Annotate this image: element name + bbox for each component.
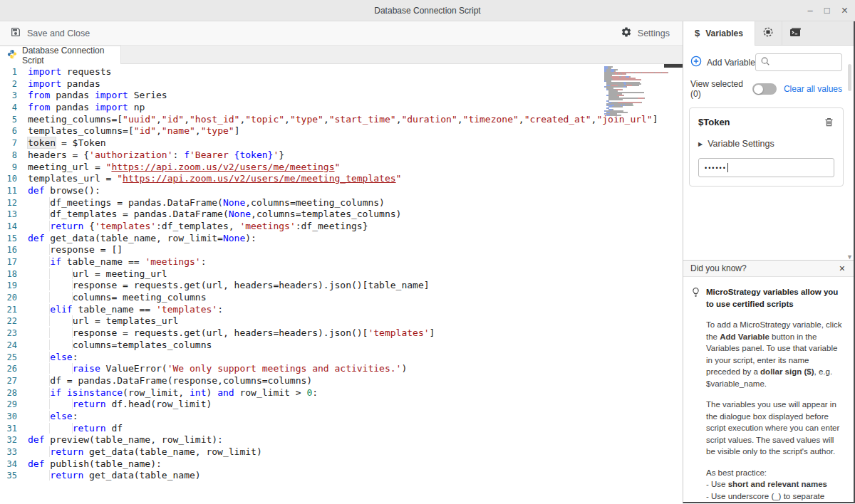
code-text: return {'templates':df_templates, 'meeti… bbox=[28, 221, 368, 231]
code-text: meeting_columns=["uuid","id","host_id","… bbox=[28, 114, 658, 125]
code-line[interactable]: 22 url = templates_url bbox=[0, 315, 683, 327]
panel-tab-bar: $ Variables bbox=[683, 21, 854, 46]
line-number: 10 bbox=[0, 173, 17, 185]
code-text: response = requests.get(url, headers=hea… bbox=[28, 327, 435, 338]
maximize-button[interactable]: □ bbox=[824, 0, 830, 21]
scroll-down-icon[interactable]: ▼ bbox=[846, 253, 853, 261]
editor-tab[interactable]: Database Connection Script bbox=[0, 46, 121, 64]
code-line[interactable]: 33 return get_data(table_name, row_limit… bbox=[0, 446, 683, 458]
code-line[interactable]: 1import requests bbox=[0, 66, 683, 78]
line-number: 27 bbox=[0, 375, 17, 387]
code-line[interactable]: 2import pandas bbox=[0, 78, 683, 90]
code-editor[interactable]: 1import requests2import pandas3from pand… bbox=[0, 64, 683, 503]
code-line[interactable]: 34def publish(table_name): bbox=[0, 458, 683, 471]
code-line[interactable]: 21 elif table_name == 'templates': bbox=[0, 304, 683, 316]
scrollbar-thumb[interactable] bbox=[848, 64, 851, 91]
line-number: 33 bbox=[0, 446, 17, 458]
code-line[interactable]: 8headers = {'authorization': f'Bearer {t… bbox=[0, 149, 683, 162]
code-line[interactable]: 29 return df.head(row_limit) bbox=[0, 399, 683, 411]
view-selected-toggle[interactable] bbox=[752, 83, 777, 95]
code-line[interactable]: 25 else: bbox=[0, 352, 683, 364]
code-line[interactable]: 11def browse(): bbox=[0, 185, 683, 197]
code-line[interactable]: 26 raise ValueError('We only support mee… bbox=[0, 363, 683, 375]
packages-icon bbox=[762, 26, 774, 41]
tab-console[interactable] bbox=[782, 21, 809, 45]
add-variable-button[interactable]: Add Variable bbox=[690, 56, 755, 69]
settings-label: Settings bbox=[638, 28, 670, 38]
line-number: 17 bbox=[0, 256, 17, 268]
toolbar: Save and Close Settings bbox=[0, 21, 683, 46]
line-number: 28 bbox=[0, 387, 17, 399]
code-line[interactable]: 28 if isinstance(row_limit, int) and row… bbox=[0, 387, 683, 399]
text-cursor bbox=[727, 163, 728, 172]
code-line[interactable]: 32def preview(table_name, row_limit): bbox=[0, 434, 683, 446]
code-line[interactable]: 24 columns=templates_columns bbox=[0, 340, 683, 352]
search-box[interactable] bbox=[755, 53, 842, 71]
dyk-best-practice-line: - Use short and relevant names bbox=[706, 478, 844, 490]
minimap[interactable] bbox=[604, 66, 670, 116]
masked-value: •••••• bbox=[705, 164, 727, 172]
variable-card: $Token ▶ Variable Settings •••••• bbox=[689, 107, 844, 187]
code-line[interactable]: 10templates_url = "https://api.zoom.us/v… bbox=[0, 173, 683, 185]
line-number: 8 bbox=[0, 149, 17, 162]
code-text: headers = {'authorization': f'Bearer {to… bbox=[28, 149, 284, 160]
variable-settings-label: Variable Settings bbox=[708, 139, 774, 149]
code-text: return get_data(table_name, row_limit) bbox=[28, 446, 262, 457]
dyk-paragraphs: To add a MicroStrategy variable, click t… bbox=[706, 319, 844, 458]
code-text: def preview(table_name, row_limit): bbox=[28, 434, 223, 445]
search-input[interactable] bbox=[773, 58, 837, 68]
line-number: 16 bbox=[0, 244, 17, 256]
tab-packages[interactable] bbox=[755, 21, 782, 45]
code-line[interactable]: 30 else: bbox=[0, 411, 683, 423]
variable-settings-toggle[interactable]: ▶ Variable Settings bbox=[698, 139, 834, 149]
code-line[interactable]: 18 url = meeting_url bbox=[0, 268, 683, 280]
dyk-close-button[interactable]: × bbox=[839, 263, 845, 274]
code-line[interactable]: 20 columns= meeting_columns bbox=[0, 292, 683, 304]
code-line[interactable]: 7token = $Token bbox=[0, 137, 683, 149]
code-line[interactable]: 6templates_columns=["id","name","type"] bbox=[0, 125, 683, 137]
editor-scrollbar-thumb[interactable] bbox=[664, 64, 683, 68]
code-text: raise ValueError('We only support meetin… bbox=[28, 363, 407, 374]
code-line[interactable]: 5meeting_columns=["uuid","id","host_id",… bbox=[0, 114, 683, 126]
code-line[interactable]: 12 df_meetings = pandas.DataFrame(None,c… bbox=[0, 197, 683, 209]
code-line[interactable]: 23 response = requests.get(url, headers=… bbox=[0, 327, 683, 340]
code-text: df = pandas.DataFrame(response,columns=c… bbox=[28, 375, 312, 386]
line-number: 24 bbox=[0, 340, 17, 352]
editor-tab-label: Database Connection Script bbox=[22, 46, 113, 65]
line-number: 14 bbox=[0, 221, 17, 233]
code-line[interactable]: 9meeting_url = "https://api.zoom.us/v2/u… bbox=[0, 162, 683, 174]
code-line[interactable]: 17 if table_name == 'meetings': bbox=[0, 256, 683, 268]
line-number: 20 bbox=[0, 292, 17, 304]
code-line[interactable]: 14 return {'templates':df_templates, 'me… bbox=[0, 221, 683, 233]
code-text: if isinstance(row_limit, int) and row_li… bbox=[28, 387, 318, 398]
code-text: columns= meeting_columns bbox=[28, 292, 206, 303]
close-button[interactable]: × bbox=[841, 0, 848, 21]
tab-variables[interactable]: $ Variables bbox=[683, 21, 755, 45]
minimize-button[interactable]: – bbox=[808, 0, 813, 21]
code-line[interactable]: 15def get_data(table_name, row_limit=Non… bbox=[0, 233, 683, 245]
panel-scrollbar[interactable]: ▼ bbox=[845, 46, 854, 262]
line-number: 31 bbox=[0, 423, 17, 435]
window-title: Database Connection Script bbox=[0, 0, 855, 21]
clear-all-values-link[interactable]: Clear all values bbox=[784, 84, 842, 94]
variable-value-input[interactable]: •••••• bbox=[698, 158, 834, 177]
code-text: elif table_name == 'templates': bbox=[28, 304, 223, 315]
code-line[interactable]: 31 return df bbox=[0, 423, 683, 435]
code-line[interactable]: 4from pandas import np bbox=[0, 102, 683, 114]
code-text: return df bbox=[28, 423, 123, 434]
code-line[interactable]: 3from pandas import Series bbox=[0, 90, 683, 102]
code-line[interactable]: 13 df_templates = pandas.DataFrame(None,… bbox=[0, 209, 683, 221]
code-text: df_templates = pandas.DataFrame(None,col… bbox=[28, 209, 401, 219]
code-line[interactable]: 27 df = pandas.DataFrame(response,column… bbox=[0, 375, 683, 387]
dollar-icon: $ bbox=[695, 28, 700, 38]
code-text: def get_data(table_name, row_limit=None)… bbox=[28, 233, 256, 243]
delete-variable-button[interactable] bbox=[824, 117, 834, 130]
code-line[interactable]: 35 return get_data(table_name) bbox=[0, 470, 683, 482]
code-line[interactable]: 19 response = requests.get(url, headers=… bbox=[0, 280, 683, 292]
settings-button[interactable]: Settings bbox=[621, 26, 670, 40]
view-selected-label: View selected (0) bbox=[690, 79, 747, 99]
code-text: columns=templates_columns bbox=[28, 340, 212, 350]
save-and-close-button[interactable]: Save and Close bbox=[10, 26, 90, 40]
code-line[interactable]: 16 response = [] bbox=[0, 244, 683, 256]
save-icon bbox=[10, 26, 21, 40]
